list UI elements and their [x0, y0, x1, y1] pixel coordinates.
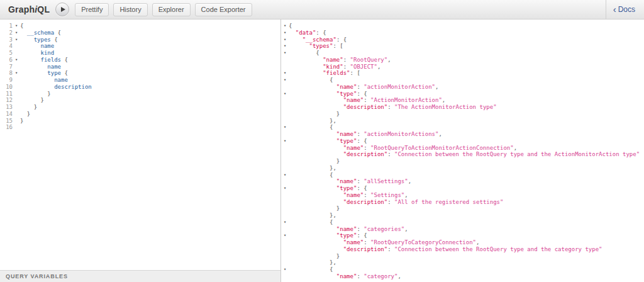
code-text: "__schema": { [289, 37, 347, 43]
code-text: } [20, 91, 51, 98]
code-text: fields { [20, 57, 68, 64]
line-number: 6 [0, 57, 13, 64]
code-line: "description": "Connection between the R… [281, 151, 644, 158]
code-line: ▾ "types": [ [281, 43, 644, 50]
code-text: type { [20, 70, 68, 77]
code-line: "name": "RootQuery", [281, 57, 644, 64]
fold-arrow-icon[interactable]: ▾ [281, 70, 289, 77]
code-text: "name": "RootQueryToCategoryConnection", [289, 239, 479, 246]
code-line: } [281, 205, 644, 212]
code-line: "description": "The ActionMonitorAction … [281, 104, 644, 111]
docs-button[interactable]: ‹ Docs [606, 0, 644, 19]
code-text: } [289, 205, 340, 212]
fold-arrow-icon[interactable]: ▾ [13, 57, 20, 64]
fold-arrow-icon[interactable]: ▾ [281, 77, 289, 84]
fold-spacer [13, 111, 20, 118]
code-line: "description": "Connection between the R… [281, 246, 644, 253]
code-line: 5 kind [0, 50, 280, 57]
fold-arrow-icon[interactable]: ▾ [281, 138, 289, 145]
code-line: "name": "allSettings", [281, 178, 644, 185]
code-text: "name": "RootQuery", [289, 57, 391, 64]
code-line: ▾ "type": { [281, 185, 644, 192]
code-text: "data": { [289, 30, 326, 37]
code-line: 13 } [0, 104, 280, 111]
code-text: "type": { [289, 232, 367, 239]
code-line: "name": "RootQueryToActionMonitorActionC… [281, 145, 644, 152]
code-line: ▾ "type": { [281, 232, 644, 239]
code-text: }, [289, 212, 336, 219]
fold-spacer [13, 118, 20, 125]
fold-arrow-icon[interactable]: ▾ [13, 23, 20, 30]
code-text: } [289, 253, 340, 260]
code-line: ▾ "type": { [281, 91, 644, 98]
fold-spacer [281, 84, 289, 91]
fold-spacer [13, 43, 20, 50]
query-editor[interactable]: 1▾{2▾ __schema {3▾ types {4 name5 kind6▾… [0, 20, 280, 270]
code-text: types { [20, 37, 58, 43]
fold-arrow-icon[interactable]: ▾ [281, 43, 289, 50]
prettify-button[interactable]: Prettify [75, 3, 109, 16]
fold-arrow-icon[interactable]: ▾ [13, 70, 20, 77]
code-text: name [20, 77, 68, 84]
fold-arrow-icon[interactable]: ▾ [281, 232, 289, 239]
code-text: kind [20, 50, 54, 57]
code-text: } [20, 97, 44, 104]
fold-spacer [281, 178, 289, 185]
code-line: }, [281, 165, 644, 172]
line-number: 1 [0, 23, 13, 30]
code-line: 1▾{ [0, 23, 280, 30]
line-number: 5 [0, 50, 13, 57]
fold-spacer [281, 111, 289, 118]
code-text: "type": { [289, 138, 367, 145]
execute-button[interactable] [55, 3, 69, 16]
code-text: } [20, 104, 37, 111]
code-line: ▾ "__schema": { [281, 37, 644, 43]
fold-arrow-icon[interactable]: ▾ [281, 266, 289, 273]
fold-arrow-icon[interactable]: ▾ [281, 124, 289, 131]
code-text: __schema { [20, 30, 61, 37]
code-line: 11 } [0, 91, 280, 98]
logo-text: Graph [8, 4, 35, 14]
code-line: 15} [0, 118, 280, 125]
history-button[interactable]: History [113, 3, 147, 16]
code-text: description [20, 84, 92, 91]
line-number: 16 [0, 124, 13, 131]
code-line: 3▾ types { [0, 37, 280, 43]
fold-arrow-icon[interactable]: ▾ [13, 30, 20, 37]
code-text: { [289, 266, 333, 273]
fold-arrow-icon[interactable]: ▾ [281, 185, 289, 192]
fold-spacer [281, 57, 289, 64]
fold-arrow-icon[interactable]: ▾ [281, 172, 289, 179]
code-text: "types": [ [289, 43, 343, 50]
code-line: "name": "categories", [281, 226, 644, 233]
code-text: { [289, 23, 292, 30]
explorer-button[interactable]: Explorer [152, 3, 191, 16]
fold-spacer [281, 131, 289, 138]
fold-spacer [13, 124, 20, 131]
result-viewer[interactable]: ▾{▾ "data": {▾ "__schema": {▾ "types": [… [281, 20, 644, 282]
fold-spacer [13, 84, 20, 91]
fold-arrow-icon[interactable]: ▾ [281, 50, 289, 57]
code-line: "name": "Settings", [281, 192, 644, 199]
code-text: { [289, 172, 333, 179]
fold-spacer [281, 226, 289, 233]
code-line: 4 name [0, 43, 280, 50]
code-line: } [281, 111, 644, 118]
code-text: name [20, 64, 61, 70]
fold-arrow-icon[interactable]: ▾ [281, 23, 289, 30]
code-line: 7 name [0, 64, 280, 70]
fold-arrow-icon[interactable]: ▾ [281, 91, 289, 98]
fold-arrow-icon[interactable]: ▾ [281, 37, 289, 43]
line-number: 13 [0, 104, 13, 111]
query-variables-bar[interactable]: QUERY VARIABLES [0, 270, 280, 282]
fold-arrow-icon[interactable]: ▾ [281, 219, 289, 226]
code-line: 14 } [0, 111, 280, 118]
code-exporter-button[interactable]: Code Exporter [195, 3, 252, 16]
fold-arrow-icon[interactable]: ▾ [281, 30, 289, 37]
play-icon [61, 7, 65, 12]
code-line: "name": "category", [281, 273, 644, 280]
fold-arrow-icon[interactable]: ▾ [13, 37, 20, 43]
line-number: 9 [0, 77, 13, 84]
code-line: "name": "RootQueryToCategoryConnection", [281, 239, 644, 246]
code-text: "name": "actionMonitorActions", [289, 131, 442, 138]
